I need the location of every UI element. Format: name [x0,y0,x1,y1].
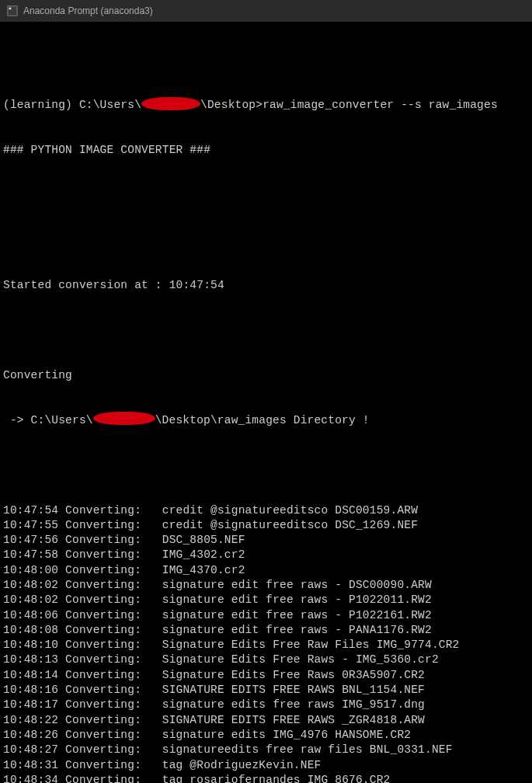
prompt-line: (learning) C:\Users\\Desktop>raw_image_c… [3,98,529,113]
converting-line: 10:48:31 Converting: tag @RodriguezKevin… [3,758,529,773]
header-line: ### PYTHON IMAGE CONVERTER ### [3,143,529,158]
app-icon [6,5,19,17]
converting-line: 10:48:13 Converting: Signature Edits Fre… [3,652,529,667]
converting-line: 10:48:02 Converting: signature edit free… [3,578,529,593]
converting-line: 10:48:14 Converting: Signature Edits Fre… [3,668,529,683]
redacted-username [141,97,200,110]
converting-line: 10:48:27 Converting: signatureedits free… [3,743,529,757]
redacted-username [93,412,155,425]
converting-line: 10:48:26 Converting: signature edits IMG… [3,728,529,743]
terminal-output[interactable]: (learning) C:\Users\\Desktop>raw_image_c… [0,22,532,783]
window-title: Anaconda Prompt (anaconda3) [23,5,153,16]
converting-line: 10:48:02 Converting: signature edit free… [3,593,529,607]
converting-line: 10:47:54 Converting: credit @signatureed… [3,503,529,518]
converting-line: 10:48:08 Converting: signature edit free… [3,623,529,638]
converting-label: Converting [3,368,529,383]
svg-rect-1 [9,8,12,10]
converting-line: 10:48:22 Converting: SIGNATURE EDITS FRE… [3,713,529,728]
converting-dir: -> C:\Users\\Desktop\raw_images Director… [3,413,529,428]
converting-line: 10:48:00 Converting: IMG_4370.cr2 [3,563,529,578]
converting-line: 10:48:10 Converting: Signature Edits Fre… [3,638,529,652]
converting-line: 10:47:55 Converting: credit @signatureed… [3,518,529,533]
converting-line: 10:47:58 Converting: IMG_4302.cr2 [3,548,529,562]
converting-line: 10:47:56 Converting: DSC_8805.NEF [3,533,529,548]
window-titlebar[interactable]: Anaconda Prompt (anaconda3) [0,0,532,22]
converting-line: 10:48:06 Converting: signature edit free… [3,608,529,623]
converting-line: 10:48:34 Converting: tag rosariofernande… [3,773,529,783]
converting-line: 10:48:16 Converting: SIGNATURE EDITS FRE… [3,683,529,698]
converting-line: 10:48:17 Converting: signature edits fre… [3,698,529,712]
started-line: Started conversion at : 10:47:54 [3,278,529,293]
